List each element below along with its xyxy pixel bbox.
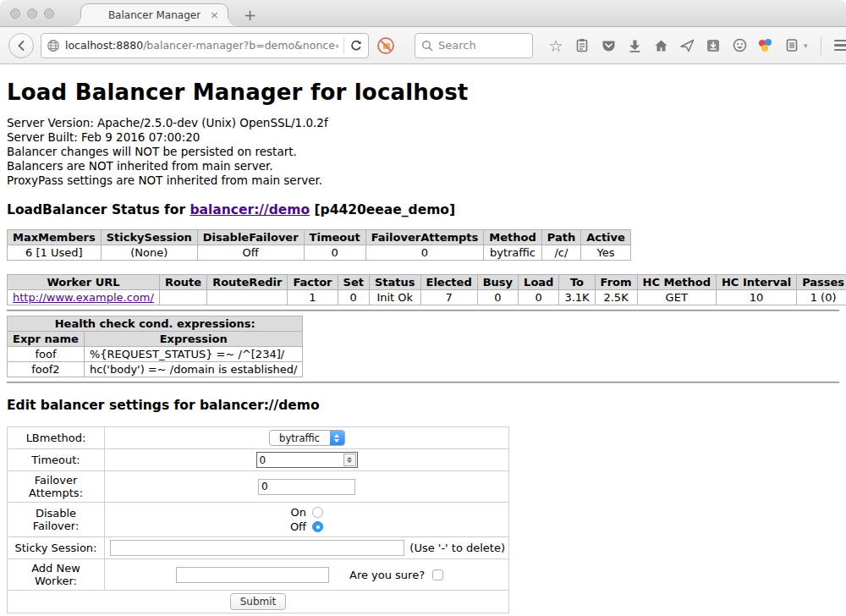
edit-settings-heading: Edit balancer settings for balancer://de… <box>7 398 839 413</box>
page-content: Load Balancer Manager for localhost Serv… <box>0 80 846 616</box>
divider <box>7 382 839 383</box>
health-check-row: foof2 hc('body') =~ /domain is establish… <box>8 362 303 377</box>
worker-table: Worker URL Route RouteRedir Factor Set S… <box>7 274 846 305</box>
menu-icon[interactable] <box>834 40 846 52</box>
failover-attempts-row: Failover Attempts: <box>8 471 509 503</box>
browser-window: Balancer Manager × + localhost:8880/bala… <box>0 0 846 616</box>
timeout-input[interactable]: 0 <box>256 452 358 468</box>
timeout-label: Timeout: <box>8 449 105 471</box>
balancer-status-row: 6 [1 Used] (None) Off 0 0 bytraffic /c/ … <box>8 245 631 261</box>
health-check-header-row: Expr name Expression <box>8 332 303 347</box>
balancer-demo-link[interactable]: balancer://demo <box>190 202 310 217</box>
back-button[interactable] <box>8 33 34 58</box>
add-worker-input[interactable] <box>176 567 329 583</box>
confirm-checkbox[interactable] <box>432 569 443 580</box>
inherit-note-line: Balancers are NOT inherited from main se… <box>7 159 839 173</box>
balancer-status-header-row: MaxMembers StickySession DisableFailover… <box>8 230 631 245</box>
balancer-status-table: MaxMembers StickySession DisableFailover… <box>7 229 631 261</box>
tab-close-icon[interactable]: × <box>210 8 219 21</box>
lbmethod-label: LBmethod: <box>8 427 105 449</box>
search-icon <box>421 40 433 52</box>
colors-icon[interactable] <box>758 38 773 53</box>
server-info: Server Version: Apache/2.5.0-dev (Unix) … <box>7 116 839 188</box>
add-worker-label: Add New Worker: <box>8 559 105 591</box>
sticky-session-label: Sticky Session: <box>8 537 105 559</box>
server-version-line: Server Version: Apache/2.5.0-dev (Unix) … <box>7 116 839 130</box>
search-bar[interactable] <box>415 33 533 58</box>
sticky-session-hint: (Use '-' to delete) <box>409 542 505 554</box>
back-icon <box>14 39 28 52</box>
add-worker-row: Add New Worker: Are you sure? <box>8 559 509 591</box>
server-built-line: Server Built: Feb 9 2016 07:00:20 <box>7 130 839 145</box>
navigation-toolbar: localhost:8880/balancer-manager?b=demo&n… <box>0 27 846 64</box>
lbmethod-row: LBmethod: bytraffic <box>8 427 509 449</box>
failover-attempts-input[interactable] <box>258 479 355 495</box>
page-title: Load Balancer Manager for localhost <box>7 80 839 105</box>
disable-failover-label: Disable Failover: <box>8 503 105 537</box>
blocked-plugin-icon[interactable] <box>376 36 396 56</box>
urlbar-divider <box>343 37 344 54</box>
persist-note-line: Balancer changes will NOT be persisted o… <box>7 145 839 159</box>
home-icon[interactable] <box>653 38 668 53</box>
select-stepper-icon[interactable] <box>330 431 344 445</box>
toolbar-icons: ☆ ▾ <box>548 36 846 55</box>
confirm-label: Are you sure? <box>349 569 425 581</box>
save-page-icon[interactable] <box>706 38 721 53</box>
dropdown-caret-icon[interactable]: ▾ <box>804 41 808 50</box>
worker-url-link[interactable]: http://www.example.com/ <box>13 291 154 304</box>
worker-header-row: Worker URL Route RouteRedir Factor Set S… <box>8 275 846 290</box>
window-controls <box>10 8 54 19</box>
number-spinner-icon[interactable] <box>343 454 356 466</box>
edit-balancer-form: LBmethod: bytraffic Timeout: 0 <box>7 426 509 613</box>
submit-button[interactable]: Submit <box>230 593 287 610</box>
sticky-session-row: Sticky Session: (Use '-' to delete) <box>8 537 509 559</box>
disable-failover-row: Disable Failover: On Off <box>8 503 509 537</box>
failover-on-radio[interactable] <box>312 507 323 518</box>
health-check-table: Health check cond. expressions: Expr nam… <box>7 316 303 377</box>
feedback-smiley-icon[interactable] <box>732 38 747 53</box>
container-icon[interactable] <box>784 38 799 53</box>
lbmethod-select[interactable]: bytraffic <box>269 430 345 446</box>
pocket-icon[interactable] <box>601 38 616 53</box>
loadbalancer-status-heading: LoadBalancer Status for balancer://demo … <box>7 202 839 217</box>
url-bar[interactable]: localhost:8880/balancer-manager?b=demo&n… <box>41 33 369 58</box>
url-text[interactable]: localhost:8880/balancer-manager?b=demo&n… <box>65 39 338 52</box>
reload-icon[interactable] <box>349 39 363 52</box>
clipboard-icon[interactable] <box>574 38 590 53</box>
disable-failover-radios: On Off <box>290 505 323 534</box>
divider <box>7 310 839 311</box>
tab-balancer-manager[interactable]: Balancer Manager × <box>80 3 228 26</box>
tab-bar: Balancer Manager × + <box>0 0 846 27</box>
search-input[interactable] <box>438 39 514 52</box>
send-icon[interactable] <box>679 38 695 53</box>
sticky-session-input[interactable] <box>110 540 404 556</box>
proxypass-note-line: ProxyPass settings are NOT inherited fro… <box>7 173 839 188</box>
submit-row: Submit <box>8 591 509 613</box>
download-icon[interactable] <box>627 38 642 53</box>
minimize-window-button[interactable] <box>27 8 37 19</box>
tab-title: Balancer Manager <box>108 9 201 21</box>
globe-icon <box>47 39 60 52</box>
bookmark-star-icon[interactable]: ☆ <box>548 38 563 53</box>
timeout-row: Timeout: 0 <box>8 449 509 471</box>
health-check-row: foof %{REQUEST_STATUS} =~ /^[234]/ <box>8 347 303 362</box>
failover-off-radio[interactable] <box>312 521 323 532</box>
new-tab-button[interactable]: + <box>244 8 256 23</box>
close-window-button[interactable] <box>10 8 20 19</box>
failover-attempts-label: Failover Attempts: <box>8 471 105 503</box>
toolbar-separator <box>821 36 821 55</box>
zoom-window-button[interactable] <box>44 8 54 19</box>
health-check-title-row: Health check cond. expressions: <box>8 316 303 332</box>
worker-row: http://www.example.com/ 1 0 Init Ok 7 0 … <box>8 290 846 305</box>
